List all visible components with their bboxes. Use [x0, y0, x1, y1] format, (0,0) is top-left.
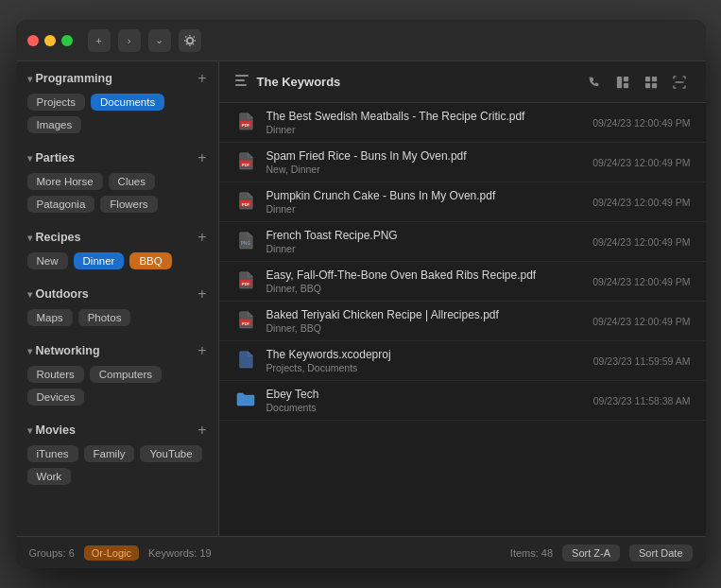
tag-computers[interactable]: Computers	[90, 366, 162, 383]
file-name: Spam Fried Rice - Buns In My Oven.pdf	[266, 149, 586, 163]
items-count: Items: 48	[510, 547, 553, 559]
tag-patagonia[interactable]: Patagonia	[27, 196, 95, 213]
chevron-icon: ▾	[27, 289, 32, 300]
tag-projects[interactable]: Projects	[27, 94, 86, 111]
file-name: French Toast Recipe.PNG	[266, 229, 586, 242]
tag-devices[interactable]: Devices	[27, 389, 85, 406]
file-tags: Dinner, BBQ	[266, 283, 586, 294]
minimize-button[interactable]	[44, 35, 56, 46]
file-tags: Dinner, BBQ	[266, 322, 586, 334]
group-header-networking[interactable]: ▾ Networking +	[16, 334, 218, 364]
maximize-button[interactable]	[61, 35, 73, 46]
tag-itunes[interactable]: iTunes	[27, 445, 78, 462]
group-name: Recipes	[36, 231, 81, 244]
chevron-icon: ▾	[27, 74, 32, 84]
phone-icon-btn[interactable]	[583, 71, 606, 94]
group-add-button[interactable]: +	[197, 150, 206, 165]
settings-button[interactable]	[179, 29, 201, 52]
file-name: The Best Swedish Meatballs - The Recipe …	[266, 110, 586, 123]
group-add-button[interactable]: +	[197, 286, 206, 302]
chevron-icon: ▾	[27, 153, 32, 164]
scan-icon-btn[interactable]	[668, 71, 691, 94]
group-header-outdoors[interactable]: ▾ Outdoors +	[16, 277, 218, 307]
file-item[interactable]: PDF Baked Teriyaki Chicken Recipe | Allr…	[219, 302, 706, 341]
group-header-movies[interactable]: ▾ Movies +	[16, 413, 218, 443]
sort-date-button[interactable]: Sort Date	[629, 545, 692, 562]
tag-clues[interactable]: Clues	[109, 173, 155, 190]
svg-rect-1	[235, 79, 245, 81]
panel-header-left: The Keywords	[234, 73, 341, 91]
tags-row-movies: iTunesFamilyYouTubeWork	[16, 443, 218, 493]
tag-images[interactable]: Images	[27, 116, 82, 133]
svg-text:PDF: PDF	[241, 321, 249, 326]
file-info: Easy, Fall-Off-The-Bone Oven Baked Ribs …	[266, 268, 586, 294]
grid-icon-btn[interactable]	[640, 71, 662, 94]
group-label: ▾ Outdoors	[27, 287, 89, 301]
logic-badge[interactable]: Or-Logic	[84, 545, 139, 561]
tag-flowers[interactable]: Flowers	[100, 196, 157, 213]
group-header-parties[interactable]: ▾ Parties +	[16, 141, 218, 171]
tag-new[interactable]: New	[27, 252, 68, 269]
file-item[interactable]: PNG French Toast Recipe.PNG Dinner 09/24…	[219, 222, 706, 262]
file-date: 09/24/23 12:00:49 PM	[592, 276, 690, 287]
group-add-button[interactable]: +	[197, 343, 206, 358]
group-name: Networking	[36, 344, 100, 357]
tag-work[interactable]: Work	[27, 468, 72, 485]
file-type-icon: PDF	[234, 308, 257, 331]
traffic-lights	[27, 35, 73, 46]
tag-routers[interactable]: Routers	[27, 366, 84, 383]
file-info: Ebey Tech Documents	[266, 388, 586, 413]
file-name: The Keywords.xcodeproj	[266, 348, 586, 361]
forward-button[interactable]: ›	[118, 29, 141, 52]
group-add-button[interactable]: +	[197, 423, 206, 438]
group-name: Movies	[36, 424, 76, 437]
file-item[interactable]: The Keywords.xcodeproj Projects, Documen…	[219, 341, 706, 381]
group-add-button[interactable]: +	[197, 230, 206, 245]
file-item[interactable]: PDF Pumpkin Crunch Cake - Buns In My Ove…	[219, 182, 706, 222]
sidebar: ▾ Programming + ProjectsDocumentsImages …	[16, 61, 219, 536]
panel-title: The Keywords	[257, 75, 341, 89]
group-header-recipes[interactable]: ▾ Recipes +	[16, 220, 218, 251]
file-tags: Documents	[266, 402, 586, 413]
dropdown-button[interactable]: ⌄	[148, 29, 171, 52]
file-item[interactable]: PDF Easy, Fall-Off-The-Bone Oven Baked R…	[219, 262, 706, 302]
svg-rect-4	[623, 76, 627, 80]
add-button[interactable]: +	[88, 29, 111, 52]
tag-more-horse[interactable]: More Horse	[27, 173, 103, 190]
tag-bbq[interactable]: BBQ	[129, 252, 171, 269]
file-item[interactable]: PDF The Best Swedish Meatballs - The Rec…	[219, 103, 706, 143]
titlebar: + › ⌄	[16, 20, 706, 61]
file-item[interactable]: Ebey Tech Documents 09/23/23 11:58:38 AM	[219, 381, 706, 421]
tag-maps[interactable]: Maps	[27, 309, 73, 326]
file-info: Spam Fried Rice - Buns In My Oven.pdf Ne…	[266, 149, 586, 175]
group-name: Programming	[36, 72, 112, 85]
svg-text:PDF: PDF	[241, 123, 249, 128]
file-date: 09/23/23 11:59:59 AM	[593, 355, 691, 367]
group-header-programming[interactable]: ▾ Programming +	[16, 61, 218, 92]
tag-photos[interactable]: Photos	[78, 309, 131, 326]
group-name: Outdoors	[36, 287, 89, 301]
sort-za-button[interactable]: Sort Z-A	[562, 545, 620, 562]
file-tags: Dinner	[266, 243, 586, 254]
keywords-icon	[234, 73, 249, 91]
tag-documents[interactable]: Documents	[91, 94, 164, 111]
tag-youtube[interactable]: YouTube	[140, 445, 201, 462]
file-info: Baked Teriyaki Chicken Recipe | Allrecip…	[266, 308, 586, 334]
group-add-button[interactable]: +	[197, 71, 206, 86]
group-label: ▾ Movies	[27, 424, 76, 437]
file-date: 09/24/23 12:00:49 PM	[592, 117, 690, 129]
close-button[interactable]	[27, 35, 39, 46]
file-date: 09/24/23 12:00:49 PM	[592, 316, 690, 327]
main-window: + › ⌄ ▾ Programming + ProjectsDocumentsI…	[16, 20, 706, 568]
layout-icon-btn[interactable]	[611, 71, 634, 94]
svg-rect-7	[651, 76, 656, 80]
file-type-icon: PDF	[234, 189, 257, 212]
svg-rect-8	[644, 82, 649, 87]
tag-family[interactable]: Family	[84, 445, 135, 462]
tags-row-parties: More HorseCluesPatagoniaFlowers	[16, 171, 218, 220]
tag-dinner[interactable]: Dinner	[74, 252, 125, 269]
file-item[interactable]: PDF Spam Fried Rice - Buns In My Oven.pd…	[219, 143, 706, 182]
file-name: Easy, Fall-Off-The-Bone Oven Baked Ribs …	[266, 268, 586, 282]
file-date: 09/23/23 11:58:38 AM	[593, 395, 691, 406]
file-type-icon: PDF	[234, 268, 257, 291]
